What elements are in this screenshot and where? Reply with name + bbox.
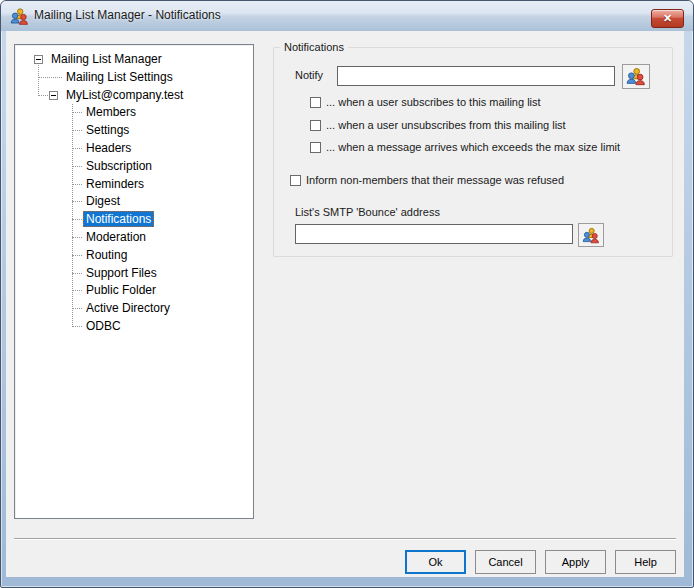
tree-item-mailing-list-settings[interactable]: Mailing List Settings: [15, 69, 253, 87]
people-group-icon: [582, 227, 601, 244]
people-group-icon: [626, 67, 647, 86]
bounce-address-picker-button[interactable]: [578, 223, 604, 247]
people-group-icon: [10, 7, 30, 26]
notify-address-picker-button[interactable]: [622, 64, 650, 89]
titlebar[interactable]: Mailing List Manager - Notifications ✕: [1, 1, 693, 31]
navigation-tree: Mailing List Manager Mailing List Settin…: [14, 44, 254, 519]
collapse-expander-icon[interactable]: [34, 55, 43, 64]
checkbox-notify-on-max-size[interactable]: ... when a message arrives which exceeds…: [310, 141, 620, 153]
checkbox-icon: [310, 142, 321, 153]
bounce-address-input[interactable]: [295, 224, 573, 244]
tree-item-notifications[interactable]: Notifications: [15, 211, 253, 229]
help-button[interactable]: Help: [615, 550, 676, 574]
checkbox-inform-non-members[interactable]: Inform non-members that their message wa…: [290, 174, 564, 186]
checkbox-notify-on-unsubscribe[interactable]: ... when a user unsubscribes from this m…: [310, 119, 566, 131]
window-title: Mailing List Manager - Notifications: [34, 8, 221, 22]
cancel-button[interactable]: Cancel: [475, 550, 536, 574]
checkbox-icon: [310, 120, 321, 131]
collapse-expander-icon[interactable]: [49, 91, 58, 100]
tree-item-subscription[interactable]: Subscription: [15, 158, 253, 176]
tree-item-routing[interactable]: Routing: [15, 247, 253, 265]
tree-item-mailing-list-manager[interactable]: Mailing List Manager: [15, 51, 253, 69]
tree-item-reminders[interactable]: Reminders: [15, 176, 253, 194]
footer-separator: [14, 538, 676, 540]
tree-item-members[interactable]: Members: [15, 104, 253, 122]
notifications-groupbox: Notifications Notify: [273, 47, 673, 257]
dialog-client-area: Mailing List Manager Mailing List Settin…: [6, 31, 684, 577]
apply-button[interactable]: Apply: [545, 550, 606, 574]
close-x-icon: ✕: [663, 13, 672, 24]
checkbox-icon: [310, 97, 321, 108]
groupbox-title: Notifications: [280, 41, 348, 54]
tree-item-support-files[interactable]: Support Files: [15, 265, 253, 283]
tree-item-odbc[interactable]: ODBC: [15, 318, 253, 336]
notify-label: Notify: [295, 69, 323, 81]
tree-item-digest[interactable]: Digest: [15, 193, 253, 211]
tree-item-public-folder[interactable]: Public Folder: [15, 282, 253, 300]
ok-button[interactable]: Ok: [405, 550, 466, 574]
checkbox-notify-on-subscribe[interactable]: ... when a user subscribes to this maili…: [310, 96, 541, 108]
tree-item-moderation[interactable]: Moderation: [15, 229, 253, 247]
tree-item-headers[interactable]: Headers: [15, 140, 253, 158]
checkbox-icon: [290, 175, 301, 186]
tree-item-active-directory[interactable]: Active Directory: [15, 300, 253, 318]
close-button[interactable]: ✕: [651, 9, 684, 28]
tree-item-settings[interactable]: Settings: [15, 122, 253, 140]
bounce-address-label: List's SMTP 'Bounce' address: [295, 206, 440, 218]
tree-item-mylist-company-test[interactable]: MyList@company.test: [15, 87, 253, 105]
notify-input[interactable]: [337, 66, 615, 86]
dialog-window: Mailing List Manager - Notifications ✕ M…: [0, 0, 694, 588]
